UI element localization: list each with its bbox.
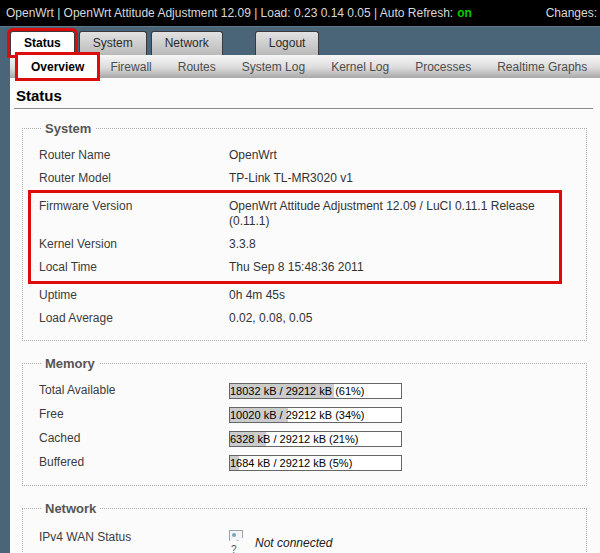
broken-image-alt-text: ? <box>231 542 237 553</box>
broken-image-icon: ? <box>229 530 245 553</box>
row-label: Free <box>39 407 229 422</box>
memory-progressbar-total: 18032 kB / 29212 kB (61%) <box>229 383 402 399</box>
row-label: Load Average <box>39 311 229 326</box>
system-row-router-model: Router Model TP-Link TL-MR3020 v1 <box>39 167 572 190</box>
tab-logout[interactable]: Logout <box>255 31 320 55</box>
system-section: System Router Name OpenWrt Router Model … <box>22 121 587 341</box>
memory-row-free: Free 10020 kB / 29212 kB (34%) <box>39 403 572 427</box>
memory-section-legend: Memory <box>41 356 99 371</box>
row-label: Kernel Version <box>39 237 229 252</box>
system-section-legend: System <box>41 121 95 136</box>
memory-progressbar-free: 10020 kB / 29212 kB (34%) <box>229 407 402 423</box>
row-label: Buffered <box>39 455 229 470</box>
annotation-box-firmware: Firmware Version OpenWrt Attitude Adjust… <box>31 193 559 281</box>
sub-tab-bar: Overview Firewall Routes System Log Kern… <box>10 55 600 78</box>
row-label: Local Time <box>39 260 229 275</box>
wan-status-text: Not connected <box>255 536 332 551</box>
progressbar-text: 6328 kB / 29212 kB (21%) <box>230 433 358 445</box>
row-value: 3.3.8 <box>229 237 559 252</box>
row-label: Firmware Version <box>39 199 229 214</box>
row-value: OpenWrt <box>229 148 572 163</box>
progressbar-text: 18032 kB / 29212 kB (61%) <box>230 385 365 397</box>
subtab-kernel-log[interactable]: Kernel Log <box>318 55 402 78</box>
top-status-bar: OpenWrt | OpenWrt Attitude Adjustment 12… <box>0 0 600 26</box>
subtab-realtime-graphs[interactable]: Realtime Graphs <box>484 55 600 78</box>
subtab-firewall[interactable]: Firewall <box>97 55 164 78</box>
system-row-uptime: Uptime 0h 4m 45s <box>39 284 572 307</box>
row-label: Router Model <box>39 171 229 186</box>
topbar-left-text: OpenWrt | OpenWrt Attitude Adjustment 12… <box>6 6 472 20</box>
row-value: 0h 4m 45s <box>229 288 572 303</box>
memory-row-total-available: Total Available 18032 kB / 29212 kB (61%… <box>39 379 572 403</box>
memory-progressbar-buffered: 1684 kB / 29212 kB (5%) <box>229 455 402 471</box>
row-label: Total Available <box>39 383 229 398</box>
tab-status[interactable]: Status <box>10 31 75 55</box>
row-label: IPv4 WAN Status <box>39 530 229 545</box>
topbar-system-info: OpenWrt | OpenWrt Attitude Adjustment 12… <box>6 6 453 20</box>
row-value: OpenWrt Attitude Adjustment 12.09 / LuCI… <box>229 199 559 229</box>
broken-image-glyph <box>229 530 243 541</box>
memory-row-buffered: Buffered 1684 kB / 29212 kB (5%) <box>39 451 572 475</box>
system-row-kernel-version: Kernel Version 3.3.8 <box>39 233 559 256</box>
row-value: 0.02, 0.08, 0.05 <box>229 311 572 326</box>
row-label: Cached <box>39 431 229 446</box>
network-row-wan-status: IPv4 WAN Status ? Not connected <box>39 524 572 553</box>
subtab-routes[interactable]: Routes <box>165 55 229 78</box>
changes-indicator[interactable]: Changes: <box>546 6 597 20</box>
subtab-system-log[interactable]: System Log <box>229 55 318 78</box>
progressbar-text: 1684 kB / 29212 kB (5%) <box>230 457 352 469</box>
memory-section: Memory Total Available 18032 kB / 29212 … <box>22 356 587 486</box>
tab-network[interactable]: Network <box>151 31 223 55</box>
content-area: Status System Router Name OpenWrt Router… <box>10 78 600 553</box>
system-row-firmware-version: Firmware Version OpenWrt Attitude Adjust… <box>39 195 559 233</box>
system-row-router-name: Router Name OpenWrt <box>39 144 572 167</box>
main-tab-bar: Status System Network Logout <box>0 26 600 55</box>
memory-row-cached: Cached 6328 kB / 29212 kB (21%) <box>39 427 572 451</box>
page-title: Status <box>14 87 593 109</box>
system-row-local-time: Local Time Thu Sep 8 15:48:36 2011 <box>39 256 559 279</box>
row-value: TP-Link TL-MR3020 v1 <box>229 171 572 186</box>
subtab-overview[interactable]: Overview <box>18 55 97 78</box>
row-label: Router Name <box>39 148 229 163</box>
network-section-legend: Network <box>41 501 100 516</box>
row-label: Uptime <box>39 288 229 303</box>
progressbar-text: 10020 kB / 29212 kB (34%) <box>230 409 365 421</box>
tab-system[interactable]: System <box>79 31 147 55</box>
subtab-processes[interactable]: Processes <box>402 55 484 78</box>
memory-progressbar-cached: 6328 kB / 29212 kB (21%) <box>229 431 402 447</box>
auto-refresh-state[interactable]: on <box>457 6 472 20</box>
system-row-load-average: Load Average 0.02, 0.08, 0.05 <box>39 307 572 330</box>
network-section: Network IPv4 WAN Status ? Not connected … <box>22 501 587 553</box>
wan-status-value: ? Not connected <box>229 530 572 553</box>
row-value: Thu Sep 8 15:48:36 2011 <box>229 260 559 275</box>
